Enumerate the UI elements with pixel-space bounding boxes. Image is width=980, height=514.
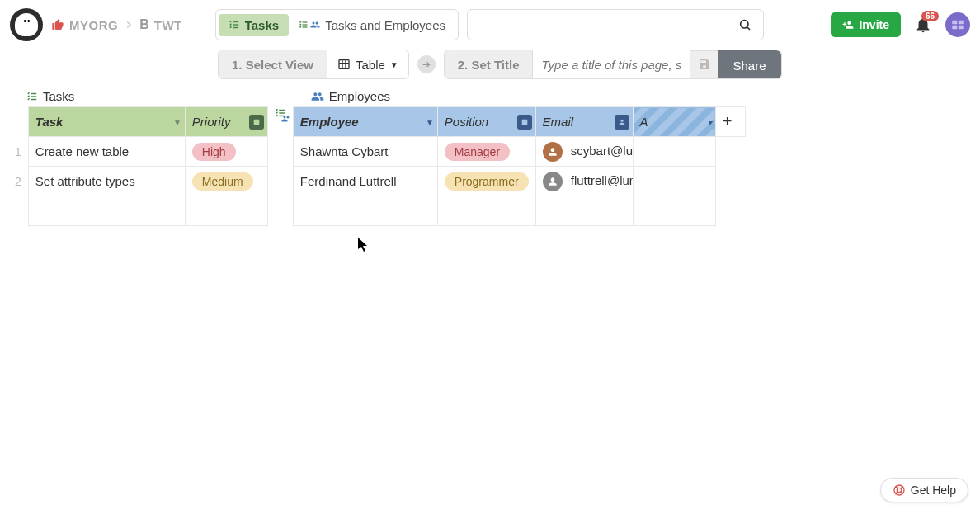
avatar (543, 142, 563, 162)
list-check-icon (229, 19, 240, 31)
user-plus-icon (842, 19, 854, 31)
tasks-title-text: Tasks (43, 89, 74, 103)
col-position-label: Position (445, 115, 488, 129)
svg-rect-12 (339, 60, 349, 69)
get-help-button[interactable]: Get Help (880, 478, 968, 502)
list-check-icon (299, 20, 309, 30)
employees-table-title: Employees (293, 86, 746, 106)
cell-position[interactable]: Programmer (437, 167, 535, 196)
cell-empty[interactable] (28, 196, 185, 226)
search-icon (738, 18, 751, 31)
thumbs-up-icon (51, 18, 64, 31)
cell-new[interactable] (633, 137, 715, 167)
cell-empty[interactable] (437, 196, 535, 226)
table-row[interactable]: 1 Create new table High (8, 137, 267, 167)
table-link-icon (268, 86, 293, 226)
svg-line-27 (901, 486, 903, 488)
position-badge: Manager (445, 143, 510, 161)
cell-empty[interactable] (715, 137, 745, 167)
col-employee-label: Employee (300, 115, 359, 129)
notifications-button[interactable]: 66 (914, 16, 932, 34)
breadcrumb-org[interactable]: MYORG (69, 18, 118, 32)
cell-email[interactable]: scybart@lum (535, 137, 633, 167)
row-gutter (8, 107, 28, 137)
get-help-label: Get Help (911, 483, 956, 497)
pill-tasks-label: Tasks (245, 18, 279, 32)
step-set-title: 2. Set Title Share (444, 50, 782, 79)
column-type-icon[interactable] (249, 115, 264, 130)
plus-icon: + (723, 112, 733, 130)
view-type-dropdown[interactable]: Table ▼ (356, 58, 398, 72)
table-row-empty[interactable] (8, 196, 267, 226)
column-type-icon[interactable] (517, 115, 532, 130)
row-number: 1 (8, 137, 28, 167)
cell-empty[interactable] (185, 196, 267, 226)
users-icon (311, 90, 324, 103)
list-check-icon (26, 91, 38, 102)
col-task-label: Task (35, 115, 64, 129)
breadcrumb: MYORG B TWT (51, 17, 182, 32)
caret-down-icon[interactable]: ▼ (426, 117, 434, 126)
col-header-priority[interactable]: Priority (185, 107, 267, 137)
tasks-table-title: Tasks (8, 86, 268, 106)
step-select-view-label: 1. Select View (219, 50, 327, 78)
table-row[interactable]: 2 Set attribute types Medium (8, 167, 267, 196)
svg-line-28 (895, 492, 898, 494)
svg-point-6 (741, 21, 748, 28)
caret-down-icon[interactable]: ▼ (173, 117, 181, 126)
save-button[interactable] (690, 50, 718, 78)
cell-position[interactable]: Manager (437, 137, 535, 167)
email-text: scybart@lum (571, 143, 633, 157)
cell-priority[interactable]: Medium (185, 167, 267, 196)
priority-badge: Medium (192, 172, 253, 191)
col-header-new[interactable]: A ▾ (633, 107, 715, 137)
cell-new[interactable] (633, 167, 715, 196)
employees-title-text: Employees (329, 89, 390, 103)
table-row[interactable]: Shawnta Cybart Manager scybart@lum (293, 137, 745, 167)
share-button[interactable]: Share (718, 50, 780, 79)
pill-tasks[interactable]: Tasks (219, 14, 289, 36)
col-email-label: Email (543, 115, 574, 129)
column-type-icon[interactable] (615, 115, 629, 130)
cell-task[interactable]: Create new table (28, 137, 185, 167)
share-label: Share (733, 59, 766, 73)
cell-employee[interactable]: Shawnta Cybart (293, 137, 437, 167)
step-set-title-label: 2. Set Title (445, 50, 534, 78)
svg-line-29 (901, 492, 903, 494)
avatar (543, 172, 563, 191)
table-row[interactable]: Ferdinand Luttrell Programmer fluttrell@… (293, 167, 745, 196)
priority-badge: High (192, 143, 236, 161)
search-box[interactable] (467, 9, 764, 40)
svg-rect-19 (253, 119, 259, 125)
col-header-position[interactable]: Position (437, 107, 535, 137)
account-avatar[interactable] (945, 12, 970, 37)
page-title-input[interactable] (533, 50, 690, 78)
breadcrumb-project[interactable]: TWT (154, 18, 182, 32)
cell-priority[interactable]: High (185, 137, 267, 167)
pill-tasks-employees[interactable]: Tasks and Employees (289, 14, 455, 36)
pill-te-label: Tasks and Employees (325, 18, 445, 32)
cell-task[interactable]: Set attribute types (28, 167, 185, 196)
col-header-employee[interactable]: Employee ▼ (293, 107, 437, 137)
project-badge-icon: B (139, 17, 149, 32)
svg-rect-11 (959, 26, 964, 30)
view-type-label: Table (356, 58, 385, 72)
svg-rect-10 (952, 26, 957, 30)
col-new-label: A (640, 115, 648, 129)
cell-employee[interactable]: Ferdinand Luttrell (293, 167, 437, 196)
svg-rect-8 (952, 21, 957, 25)
app-logo[interactable] (10, 8, 43, 41)
col-header-task[interactable]: Task ▼ (28, 107, 185, 137)
cell-empty[interactable] (535, 196, 633, 226)
add-column-button[interactable]: + (715, 107, 745, 137)
col-header-email[interactable]: Email (535, 107, 633, 137)
caret-down-icon[interactable]: ▾ (708, 117, 712, 126)
chevron-right-icon (123, 19, 134, 31)
table-row-empty[interactable] (293, 196, 745, 226)
invite-button[interactable]: Invite (831, 12, 901, 37)
step-select-view: 1. Select View Table ▼ (218, 50, 409, 79)
cell-email[interactable]: fluttrell@lum (535, 167, 633, 196)
cell-empty[interactable] (293, 196, 437, 226)
svg-line-26 (895, 486, 898, 488)
cell-empty[interactable] (633, 196, 715, 226)
